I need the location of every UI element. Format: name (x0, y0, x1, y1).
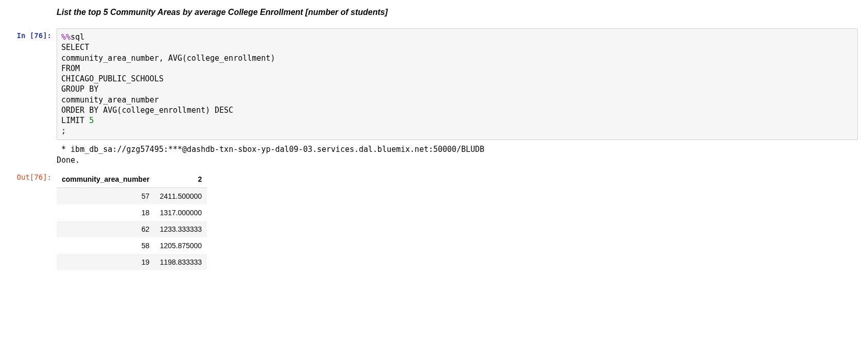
stdout-line: * ibm_db_sa://gzg57495:***@dashdb-txn-sb… (57, 145, 484, 154)
table-cell: 1317.000000 (154, 204, 207, 221)
table-row: 58 1205.875000 (57, 237, 207, 254)
table-header-cell: community_area_number (57, 171, 154, 188)
code-number: 5 (89, 116, 94, 125)
code-line: community_area_number (61, 95, 159, 105)
code-line: GROUP BY (61, 84, 98, 94)
stdout-output: * ibm_db_sa://gzg57495:***@dashdb-txn-sb… (57, 143, 858, 167)
table-header-row: community_area_number 2 (57, 171, 207, 188)
table-row: 62 1233.333333 (57, 221, 207, 237)
stdout-line: Done. (57, 156, 80, 165)
table-row: 19 1198.833333 (57, 254, 207, 270)
code-cell: In [76]: %%sql SELECT community_area_num… (0, 27, 868, 141)
code-line: LIMIT (61, 116, 89, 125)
code-line: community_area_number, AVG(college_enrol… (61, 54, 275, 63)
code-line: CHICAGO_PUBLIC_SCHOOLS (61, 74, 164, 83)
table-row: 57 2411.500000 (57, 187, 207, 204)
output-prompt: Out[76]: (0, 170, 57, 181)
stdout-cell: * ibm_db_sa://gzg57495:***@dashdb-txn-sb… (0, 142, 868, 168)
code-content: %%sql SELECT community_area_number, AVG(… (61, 32, 853, 136)
table-cell: 19 (57, 254, 154, 270)
cell-magic-percent: %% (61, 32, 71, 42)
table-cell: 18 (57, 204, 154, 221)
notebook-container: List the top 5 Community Areas by averag… (0, 5, 868, 272)
output-area: community_area_number 2 57 2411.500000 1… (57, 170, 858, 271)
empty-prompt (0, 143, 57, 146)
code-line: SELECT (61, 43, 89, 52)
table-cell: 2411.500000 (154, 187, 207, 204)
cell-magic-name: sql (71, 32, 84, 42)
table-cell: 62 (57, 221, 154, 237)
code-input-area[interactable]: %%sql SELECT community_area_number, AVG(… (57, 28, 858, 140)
table-row: 18 1317.000000 (57, 204, 207, 221)
table-cell: 58 (57, 237, 154, 254)
table-cell: 1233.333333 (154, 221, 207, 237)
markdown-heading: List the top 5 Community Areas by averag… (57, 8, 858, 17)
code-line: FROM (61, 64, 80, 73)
table-cell: 1205.875000 (154, 237, 207, 254)
code-line: ; (61, 126, 66, 135)
table-cell: 57 (57, 187, 154, 204)
input-prompt: In [76]: (0, 28, 57, 40)
markdown-cell: List the top 5 Community Areas by averag… (57, 5, 858, 27)
output-cell: Out[76]: community_area_number 2 57 2411… (0, 169, 868, 272)
table-header-cell: 2 (154, 171, 207, 188)
table-cell: 1198.833333 (154, 254, 207, 270)
code-line: ORDER BY AVG(college_enrollment) DESC (61, 106, 233, 115)
result-table: community_area_number 2 57 2411.500000 1… (57, 171, 207, 270)
